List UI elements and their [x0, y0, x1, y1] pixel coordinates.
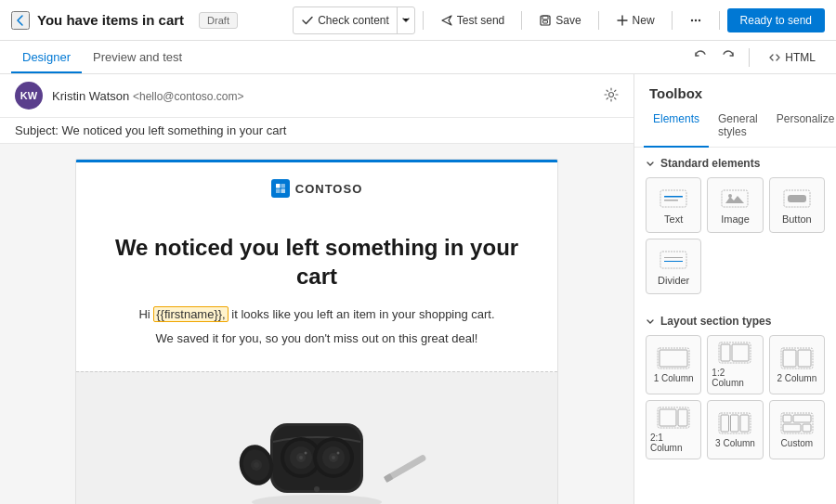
svg-point-38: [728, 194, 732, 198]
image-tool-icon: [720, 187, 750, 210]
collapse-icon-2: [646, 317, 655, 326]
text-icon: [660, 189, 687, 208]
svg-rect-57: [731, 415, 739, 432]
tool-divider[interactable]: Divider: [646, 239, 701, 294]
standard-elements-section: Standard elements Text: [634, 148, 836, 305]
top-bar-actions: Check content Test send Save: [293, 6, 825, 34]
toolbox-tab-elements[interactable]: Elements: [644, 105, 709, 148]
check-content-chevron[interactable]: [397, 7, 414, 33]
contoso-logo: CONTOSO: [95, 179, 539, 198]
html-button[interactable]: HTML: [759, 46, 825, 69]
contoso-logo-text: CONTOSO: [295, 182, 363, 196]
avatar: KW: [15, 82, 43, 110]
toolbox: Toolbox Elements General styles Personal…: [634, 74, 836, 504]
sender-email: <hello@contoso.com>: [133, 90, 244, 103]
email-settings-button[interactable]: [604, 87, 619, 105]
svg-rect-61: [793, 415, 811, 422]
redo-button[interactable]: [717, 45, 739, 70]
collapse-icon: [646, 159, 655, 168]
svg-rect-55: [719, 413, 751, 433]
3-column-label: 3 Column: [715, 438, 755, 448]
email-meta: KW Kristin Watson <hello@contoso.com>: [0, 74, 634, 118]
check-icon: [301, 14, 314, 27]
21-column-icon: [657, 407, 690, 429]
image-icon: [721, 189, 749, 208]
email-content: CONTOSO We noticed you left something in…: [75, 159, 558, 504]
email-body-text: Hi {{firstname}}, it looks like you left…: [113, 305, 520, 324]
contoso-logo-icon: [275, 183, 286, 194]
svg-rect-42: [664, 257, 683, 258]
svg-rect-34: [660, 190, 686, 207]
svg-rect-53: [660, 409, 676, 426]
tab-preview-and-test[interactable]: Preview and test: [82, 43, 193, 73]
tab-designer[interactable]: Designer: [11, 43, 82, 73]
standard-elements-label: Standard elements: [660, 157, 760, 170]
toolbox-tab-personalize[interactable]: Personalize: [767, 105, 836, 148]
toolbox-tab-general-styles[interactable]: General styles: [709, 105, 767, 148]
button-icon: [783, 189, 811, 208]
toolbox-tabs: Elements General styles Personalize: [634, 105, 836, 148]
tool-image[interactable]: Image: [707, 177, 763, 233]
subject-bar: Subject: We noticed you left something i…: [0, 118, 634, 144]
back-button[interactable]: [11, 11, 30, 30]
ready-to-send-button[interactable]: Ready to send: [727, 8, 825, 32]
layout-section: Layout section types 1 Column: [634, 305, 836, 471]
new-button[interactable]: New: [607, 9, 664, 32]
test-send-button[interactable]: Test send: [431, 9, 514, 32]
tool-2-column[interactable]: 2 Column: [769, 335, 825, 394]
2-column-icon: [780, 347, 814, 369]
tool-3-column[interactable]: 3 Column: [707, 400, 763, 459]
svg-rect-54: [678, 409, 687, 426]
tool-21-column[interactable]: 2:1 Column: [646, 400, 701, 459]
more-icon: [689, 14, 702, 27]
email-header: CONTOSO: [76, 160, 557, 214]
layout-grid: 1 Column 1:2 Column: [646, 335, 825, 459]
svg-rect-45: [660, 350, 687, 367]
divider2: [521, 11, 522, 30]
svg-rect-37: [722, 190, 748, 207]
email-canvas[interactable]: CONTOSO We noticed you left something in…: [0, 144, 634, 504]
svg-point-25: [332, 456, 335, 459]
tool-12-column[interactable]: 1:2 Column: [707, 335, 763, 394]
2-column-label: 2 Column: [777, 373, 816, 383]
tool-custom[interactable]: Custom: [769, 400, 825, 459]
svg-rect-63: [803, 424, 811, 432]
svg-rect-59: [781, 413, 813, 433]
svg-rect-35: [664, 196, 683, 198]
button-label: Button: [782, 213, 812, 225]
product-img-inner: [76, 372, 557, 504]
button-tool-icon: [782, 187, 812, 210]
svg-point-3: [690, 19, 692, 20]
tool-button[interactable]: Button: [769, 177, 825, 233]
svg-rect-58: [740, 415, 749, 432]
tool-text[interactable]: Text: [646, 177, 701, 233]
body-after: it looks like you left an item in your s…: [229, 307, 495, 321]
svg-point-26: [337, 451, 340, 454]
send-icon: [440, 14, 453, 27]
text-label: Text: [664, 213, 683, 225]
draft-badge: Draft: [199, 12, 238, 29]
plus-icon: [616, 14, 629, 27]
logo-icon: [271, 179, 290, 198]
sub-nav: Designer Preview and test HTML: [0, 41, 836, 74]
svg-point-20: [305, 451, 307, 454]
more-button[interactable]: [680, 9, 712, 32]
standard-elements-header[interactable]: Standard elements: [646, 157, 825, 170]
chevron-down-icon: [401, 15, 411, 24]
svg-rect-47: [721, 344, 730, 361]
tool-1-column[interactable]: 1 Column: [646, 335, 701, 394]
svg-rect-48: [732, 344, 749, 361]
save-button[interactable]: Save: [529, 9, 590, 32]
divider3: [598, 11, 599, 30]
svg-rect-10: [281, 189, 285, 194]
editor-area: KW Kristin Watson <hello@contoso.com> Su…: [0, 74, 634, 504]
body-before: Hi: [138, 307, 153, 321]
layout-section-header[interactable]: Layout section types: [646, 315, 825, 328]
redo-icon: [721, 48, 736, 63]
custom-column-icon: [780, 412, 814, 434]
check-content-button[interactable]: Check content: [294, 7, 397, 33]
email-meta-info: Kristin Watson <hello@contoso.com>: [52, 89, 594, 103]
undo-button[interactable]: [689, 45, 712, 70]
email-body: We noticed you left something in your ca…: [76, 214, 557, 371]
svg-rect-7: [276, 184, 281, 188]
